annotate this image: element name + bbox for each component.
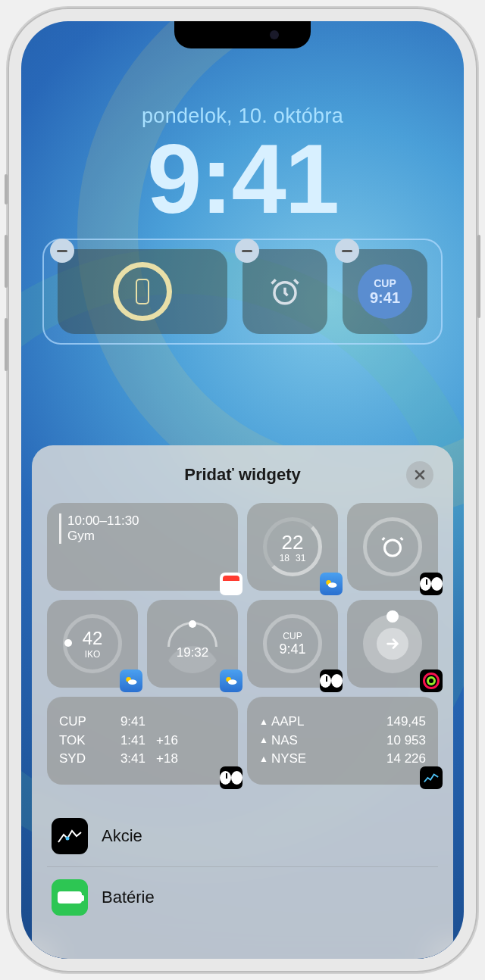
- lock-widget-battery[interactable]: [58, 249, 227, 334]
- aqi-label: IKO: [85, 649, 101, 660]
- remove-widget-button[interactable]: [50, 239, 74, 263]
- suggestion-air-quality[interactable]: 42 IKO: [47, 600, 138, 688]
- stock-row: ▲NYSE 14 226: [259, 750, 426, 769]
- event-title: Gym: [67, 529, 226, 544]
- battery-app-icon: [52, 879, 88, 916]
- alarm-clock-icon: [269, 276, 301, 307]
- arrow-right-icon: [377, 628, 408, 660]
- app-list-item-batteries[interactable]: Batérie: [47, 867, 438, 928]
- svg-point-3: [385, 540, 401, 556]
- app-name-label: Batérie: [102, 888, 155, 907]
- city-code: CUP: [374, 277, 396, 289]
- battery-ring-icon: [113, 262, 172, 321]
- temp-low: 18: [280, 553, 289, 563]
- svg-point-7: [228, 679, 237, 685]
- clock-row: TOK 1:41 +16: [59, 732, 226, 751]
- weather-app-icon: [120, 669, 142, 692]
- world-clock-circle: CUP 9:41: [358, 264, 412, 319]
- app-list: Akcie Batérie: [47, 806, 438, 928]
- suggestion-calendar-event[interactable]: 10:00–11:30 Gym: [47, 503, 238, 591]
- hardware-buttons-left: [5, 174, 8, 401]
- lock-time[interactable]: 9:41: [21, 130, 464, 228]
- clock-app-icon: [220, 766, 242, 789]
- sheet-header: Pridať widgety: [47, 465, 438, 485]
- clock-app-icon: [420, 573, 443, 595]
- stock-row: ▲AAPL 149,45: [259, 713, 426, 732]
- sunset-time: 19:32: [177, 645, 209, 660]
- temp-high: 31: [296, 553, 305, 563]
- temperature-value: 22: [282, 531, 304, 554]
- aqi-value: 42: [83, 628, 103, 649]
- stock-row: ▲NAS 10 953: [259, 732, 426, 751]
- close-button[interactable]: [406, 461, 433, 488]
- sheet-title: Pridať widgety: [184, 465, 301, 485]
- suggestion-fitness[interactable]: [347, 600, 438, 688]
- stocks-app-icon: [52, 818, 88, 854]
- remove-widget-button[interactable]: [335, 239, 359, 263]
- clock-app-icon: [320, 669, 343, 692]
- remove-widget-button[interactable]: [235, 239, 259, 263]
- screen: pondelok, 10. októbra 9:41: [21, 21, 464, 959]
- city-time: 9:41: [370, 289, 400, 307]
- lock-widget-slot-row[interactable]: CUP 9:41: [42, 239, 443, 345]
- suggestion-sunset[interactable]: 19:32: [147, 600, 238, 688]
- clock-row: SYD 3:41 +18: [59, 750, 226, 769]
- clock-row: CUP 9:41: [59, 713, 226, 732]
- suggestion-weather-temp[interactable]: 22 18 31: [247, 503, 338, 591]
- app-list-item-stocks[interactable]: Akcie: [47, 806, 438, 867]
- notch: [174, 21, 311, 48]
- suggestion-world-clock-list[interactable]: CUP 9:41 TOK 1:41 +16 SYD 3:41 +18: [47, 697, 238, 785]
- calendar-app-icon: [220, 573, 242, 595]
- city-code: CUP: [283, 631, 302, 641]
- fitness-app-icon: [420, 669, 443, 692]
- svg-point-2: [328, 582, 337, 588]
- suggestion-world-clock-single[interactable]: CUP 9:41: [247, 600, 338, 688]
- svg-point-8: [66, 837, 70, 841]
- weather-app-icon: [320, 573, 343, 595]
- svg-point-5: [128, 679, 137, 685]
- app-name-label: Akcie: [102, 826, 142, 846]
- phone-icon: [136, 279, 149, 304]
- suggestion-alarm[interactable]: [347, 503, 438, 591]
- stocks-app-icon: [420, 766, 443, 789]
- hardware-buttons-right: [477, 235, 480, 318]
- phone-frame: pondelok, 10. októbra 9:41: [8, 8, 477, 972]
- lock-widget-world-clock[interactable]: CUP 9:41: [343, 249, 427, 334]
- suggestion-stocks[interactable]: ▲AAPL 149,45 ▲NAS 10 953 ▲NYSE 14 226: [247, 697, 438, 785]
- lock-screen-content: pondelok, 10. októbra 9:41: [21, 21, 464, 345]
- city-time: 9:41: [279, 641, 305, 657]
- event-time: 10:00–11:30: [67, 513, 226, 529]
- weather-app-icon: [220, 669, 242, 692]
- sun-icon: [189, 620, 196, 628]
- add-widgets-sheet: Pridať widgety 10:00–11:30 Gym: [32, 445, 453, 959]
- lock-widget-alarm[interactable]: [242, 249, 327, 334]
- widget-suggestions-grid: 10:00–11:30 Gym 22 18 31: [47, 503, 438, 785]
